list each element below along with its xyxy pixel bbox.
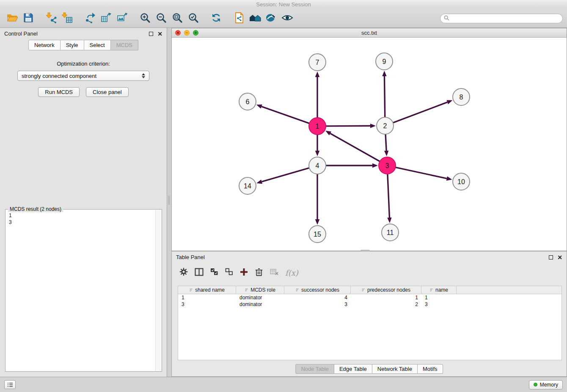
mcds-result-groupbox: MCDS result (2 nodes) 1 3 [5,209,162,372]
network-node-11[interactable]: 11 [382,224,399,241]
cell-mcds-role[interactable]: dominator [236,301,284,308]
zoom-out-button[interactable] [153,11,169,26]
delete-table-button[interactable] [270,268,278,277]
edge-4-to-14[interactable] [262,168,310,182]
column-sort-icon [295,288,300,292]
import-network-icon [46,12,57,25]
network-window-titlebar[interactable]: ✕ − + scc.txt [172,28,567,38]
cell-predecessor-nodes[interactable]: 2 [351,301,421,308]
column-header-mcds-role[interactable]: MCDS role [236,286,284,294]
edge-3-to-10[interactable] [395,167,447,179]
task-history-button[interactable] [4,380,16,389]
cell-name[interactable]: 1 [421,294,457,301]
close-table-panel-icon[interactable]: ✕ [557,255,562,259]
edge-2-to-3[interactable] [385,133,386,151]
network-node-8[interactable]: 8 [453,88,470,105]
network-node-10[interactable]: 10 [453,173,470,190]
close-panel-button[interactable]: Close panel [86,87,129,97]
close-panel-icon[interactable]: ✕ [157,32,162,36]
edge-3-to-11[interactable] [388,173,390,218]
cell-name[interactable]: 3 [421,301,457,308]
search-icon [444,15,449,22]
mcds-result-list[interactable]: 1 3 [6,210,155,371]
cell-shared-name[interactable]: 3 [178,301,236,308]
open-session-button[interactable] [4,11,20,26]
cell-predecessor-nodes[interactable]: 1 [351,294,421,301]
zoom-in-button[interactable] [137,11,153,26]
first-neighbors-button[interactable] [247,11,263,26]
column-header-name[interactable]: name [421,286,457,294]
control-panel-title: Control Panel [4,30,38,37]
table-settings-button[interactable] [179,268,188,278]
float-table-panel-icon[interactable] [549,255,553,259]
tab-style[interactable]: Style [61,40,84,50]
node-label: 8 [460,94,463,101]
search-input[interactable] [451,15,559,22]
import-table-button[interactable] [59,11,75,26]
tab-motifs[interactable]: Motifs [418,364,443,374]
function-builder-button[interactable]: f(x) [285,268,298,277]
network-node-15[interactable]: 15 [309,226,326,243]
import-network-button[interactable] [43,11,59,26]
network-node-7[interactable]: 7 [309,54,326,71]
network-node-3[interactable]: 3 [379,157,396,174]
edge-2-to-8[interactable] [392,102,447,123]
network-node-4[interactable]: 4 [309,157,326,174]
tab-node-table[interactable]: Node Table [295,364,334,374]
column-header-shared-name[interactable]: shared name [178,286,236,294]
create-column-button[interactable] [240,268,248,278]
network-view[interactable]: 7968124314101511 [172,38,567,251]
graphics-details-button[interactable] [263,11,279,26]
table-row[interactable]: 1 dominator 4 1 1 [178,294,561,301]
network-node-2[interactable]: 2 [377,117,394,134]
vertical-splitter-handle[interactable] [168,196,170,205]
window-close-icon[interactable]: ✕ [175,30,181,36]
show-hide-button[interactable] [279,11,295,26]
zoom-fit-button[interactable] [169,11,185,26]
control-panel: Control Panel ✕ Network Style Select MCD… [0,28,167,377]
edge-arrowhead-icon [372,163,378,168]
export-image-button[interactable] [114,11,130,26]
table-row[interactable]: 3 dominator 3 2 3 [178,301,561,308]
unselect-all-columns-button[interactable] [225,268,233,277]
float-panel-icon[interactable] [149,32,153,36]
clone-network-button[interactable] [231,11,247,26]
network-node-6[interactable]: 6 [239,93,256,110]
cell-mcds-role[interactable]: dominator [236,294,284,301]
cell-successor-nodes[interactable]: 4 [284,294,351,301]
zoom-selected-button[interactable] [185,11,201,26]
edge-arrowhead-icon [387,218,391,223]
window-maximize-icon[interactable]: + [193,30,198,36]
tab-network-table[interactable]: Network Table [372,364,418,374]
network-node-1[interactable]: 1 [309,118,326,135]
save-session-button[interactable] [20,11,36,26]
network-graph[interactable]: 7968124314101511 [172,38,567,251]
tab-select[interactable]: Select [84,40,111,50]
tab-edge-table[interactable]: Edge Table [334,364,372,374]
memory-button[interactable]: Memory [529,380,563,389]
export-network-button[interactable] [82,11,98,26]
cell-successor-nodes[interactable]: 3 [284,301,351,308]
network-node-9[interactable]: 9 [376,53,393,70]
optimization-criterion-select[interactable]: strongly connected component [17,71,149,81]
result-scrollbar[interactable] [155,210,162,371]
run-mcds-button[interactable]: Run MCDS [38,87,80,97]
apply-layout-button[interactable] [208,11,224,26]
delete-column-button[interactable] [255,268,263,278]
column-header-successor-nodes[interactable]: successor nodes [284,286,351,294]
column-header-predecessor-nodes[interactable]: predecessor nodes [351,286,421,294]
toolbar-search[interactable] [440,14,563,23]
edge-2-to-9[interactable] [384,76,385,118]
edge-3-to-1[interactable] [330,133,380,162]
window-minimize-icon[interactable]: − [184,30,190,36]
cell-shared-name[interactable]: 1 [178,294,236,301]
export-table-button[interactable] [98,11,114,26]
edge-1-to-2[interactable] [325,126,370,126]
network-node-14[interactable]: 14 [239,177,256,194]
tab-network[interactable]: Network [28,40,61,50]
show-columns-button[interactable] [195,268,204,278]
tab-mcds[interactable]: MCDS [111,40,138,50]
table-toolbar: f(x) [179,265,298,280]
select-all-columns-button[interactable] [210,268,218,277]
edge-1-to-6[interactable] [261,107,310,124]
